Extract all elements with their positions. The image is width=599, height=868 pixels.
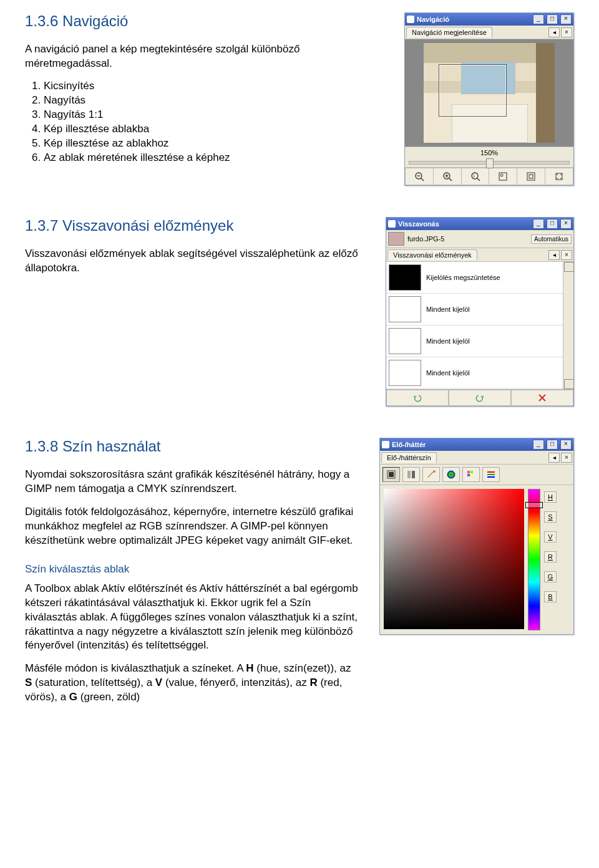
svg-rect-25 [470, 471, 473, 473]
history-label: Mindent kijelöl [426, 306, 470, 313]
channel-g-button[interactable]: G [544, 571, 557, 582]
triangle-selector-icon[interactable] [442, 467, 460, 482]
viewport-rectangle[interactable] [439, 65, 506, 116]
slider-thumb[interactable] [486, 158, 494, 168]
undo-history-window: Visszavonás _ □ × furdo.JPG-5 Automatiku… [386, 217, 574, 407]
svg-rect-24 [467, 471, 470, 473]
history-item[interactable]: Mindent kijelöl [386, 294, 563, 326]
list-item: Kép illesztése ablakba [44, 123, 386, 135]
minimize-button[interactable]: _ [533, 440, 544, 450]
intro-136: A navigáció panel a kép megtekintésére s… [25, 42, 386, 71]
close-button[interactable]: × [560, 440, 572, 450]
window-title: Elő-/háttér [392, 441, 532, 448]
zoom-slider[interactable] [409, 161, 570, 165]
svg-text:1: 1 [473, 174, 475, 178]
channel-s-button[interactable]: S [544, 511, 557, 523]
svg-rect-20 [412, 471, 415, 478]
svg-rect-18 [389, 472, 394, 477]
svg-line-4 [449, 178, 452, 181]
maximize-button[interactable]: □ [547, 14, 558, 24]
channel-b-button[interactable]: B [544, 591, 557, 602]
history-label: Kijelölés megszüntetése [426, 274, 500, 281]
tab-navigation[interactable]: Navigáció megjelenítése [406, 27, 492, 37]
file-name: furdo.JPG-5 [407, 235, 528, 243]
navigation-window: Navigáció _ □ × Navigáció megjelenítése … [404, 12, 574, 186]
svg-rect-10 [499, 173, 507, 180]
heading-138: 1.3.8 Szín használat [25, 438, 361, 455]
hue-marker[interactable] [525, 502, 543, 508]
color-gradient-square[interactable] [384, 489, 524, 629]
color-window: Elő-/háttér _ □ × Elő-/háttérszín ◂ × [379, 438, 574, 635]
zoom-in-button[interactable] [434, 168, 462, 185]
maximize-button[interactable]: □ [547, 440, 558, 450]
palette-selector-icon[interactable] [462, 467, 480, 482]
delete-history-button[interactable] [511, 390, 573, 406]
hue-slider[interactable] [528, 489, 540, 630]
history-item[interactable]: Mindent kijelöl [386, 357, 563, 389]
channel-h-button[interactable]: H [544, 491, 557, 503]
para-138-4: Másféle módon is kiválaszthatjuk a színe… [25, 662, 361, 705]
zoom-1to1-button[interactable]: 1 [462, 168, 490, 185]
gimp-selector-icon[interactable] [382, 467, 400, 482]
para-138-2: Digitális fotók feldolgozásához, képerny… [25, 505, 361, 548]
history-label: Mindent kijelöl [426, 369, 470, 377]
list-item: Az ablak méretének illesztése a képhez [44, 152, 386, 164]
auto-toggle[interactable]: Automatikus [531, 234, 572, 244]
window-title: Visszavonás [398, 220, 532, 228]
scrollbar[interactable] [563, 262, 573, 389]
tab-prev-icon[interactable]: ◂ [548, 250, 560, 260]
svg-point-23 [447, 471, 455, 478]
tab-close-icon[interactable]: × [561, 250, 572, 260]
history-thumb [389, 296, 421, 322]
app-icon [382, 441, 389, 448]
list-item: Nagyítás [44, 94, 386, 107]
para-138-1: Nyomdai sokszorosításra szánt grafikák k… [25, 468, 361, 496]
channel-v-button[interactable]: V [544, 531, 557, 542]
close-button[interactable]: × [560, 219, 572, 229]
file-thumbnail [388, 232, 404, 246]
zoom-out-button[interactable] [405, 168, 434, 185]
tab-undo-history[interactable]: Visszavonási előzmények [387, 249, 477, 260]
svg-point-21 [433, 470, 436, 473]
heading-136: 1.3.6 Navigáció [25, 12, 386, 30]
app-icon [388, 220, 396, 228]
fit-window-button[interactable] [517, 168, 545, 185]
history-item[interactable]: Kijelölés megszüntetése [386, 262, 563, 294]
fit-image-button[interactable] [489, 168, 517, 185]
cmyk-selector-icon[interactable] [402, 467, 420, 482]
svg-rect-13 [529, 175, 533, 178]
tab-close-icon[interactable]: × [561, 27, 572, 37]
svg-point-11 [500, 174, 503, 176]
tab-prev-icon[interactable]: ◂ [548, 453, 560, 463]
window-title: Navigáció [417, 16, 532, 23]
close-button[interactable]: × [560, 14, 572, 24]
svg-line-8 [477, 178, 480, 181]
para-138-3: A Toolbox ablak Aktív előtérszínét és Ak… [25, 582, 361, 653]
svg-rect-26 [467, 474, 470, 476]
tab-close-icon[interactable]: × [561, 453, 572, 463]
app-icon [407, 16, 414, 23]
maximize-button[interactable]: □ [547, 219, 558, 229]
undo-button[interactable] [386, 390, 449, 406]
heading-137: 1.3.7 Visszavonási előzmények [25, 217, 367, 234]
minimize-button[interactable]: _ [533, 14, 544, 24]
history-thumb [389, 328, 421, 354]
shrink-wrap-button[interactable] [545, 168, 573, 185]
list-item: Kicsinyítés [44, 80, 386, 92]
scales-selector-icon[interactable] [482, 467, 500, 482]
history-thumb [389, 360, 421, 386]
redo-button[interactable] [449, 390, 511, 406]
minimize-button[interactable]: _ [533, 219, 544, 229]
list-136: Kicsinyítés Nagyítás Nagyítás 1:1 Kép il… [25, 80, 386, 164]
svg-rect-27 [470, 474, 473, 476]
navigation-preview-image[interactable] [424, 43, 555, 143]
tab-prev-icon[interactable]: ◂ [548, 27, 560, 37]
list-item: Kép illesztése az ablakhoz [44, 137, 386, 150]
subhead-color-select: Szín kiválasztás ablak [25, 563, 361, 576]
channel-r-button[interactable]: R [544, 551, 557, 562]
watercolor-selector-icon[interactable] [422, 467, 440, 482]
tab-fg-bg-color[interactable]: Elő-/háttérszín [381, 452, 437, 463]
svg-rect-12 [527, 173, 535, 180]
svg-line-1 [421, 178, 424, 181]
history-item[interactable]: Mindent kijelöl [386, 326, 563, 357]
